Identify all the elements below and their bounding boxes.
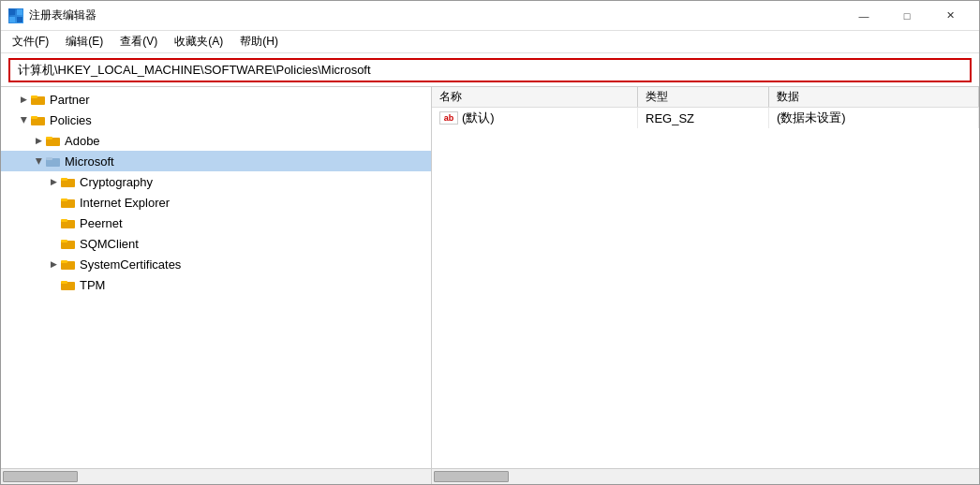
values-body[interactable]: ab (默认) REG_SZ (数据未设置) bbox=[432, 108, 979, 468]
folder-icon-cryptography bbox=[61, 175, 76, 188]
folder-icon-peernet bbox=[61, 216, 76, 229]
svg-rect-2 bbox=[9, 17, 15, 22]
values-scrollbar-x[interactable] bbox=[432, 468, 979, 484]
values-header: 名称 类型 数据 bbox=[432, 87, 979, 108]
svg-rect-3 bbox=[17, 17, 22, 22]
menu-favorites[interactable]: 收藏夹(A) bbox=[167, 32, 230, 51]
svg-rect-9 bbox=[46, 137, 52, 140]
tree-arrow-internet-explorer bbox=[46, 195, 61, 210]
svg-rect-21 bbox=[61, 260, 67, 263]
value-data-default: (数据未设置) bbox=[769, 108, 979, 128]
folder-icon-partner bbox=[31, 93, 46, 106]
tree-item-systemcertificates[interactable]: SystemCertificates bbox=[1, 254, 431, 274]
close-button[interactable]: ✕ bbox=[928, 1, 972, 31]
tree-label-internet-explorer: Internet Explorer bbox=[80, 196, 170, 210]
svg-rect-19 bbox=[61, 240, 67, 242]
value-name-default: ab (默认) bbox=[432, 108, 638, 128]
tree-arrow-tpm bbox=[46, 277, 61, 292]
svg-rect-1 bbox=[17, 9, 22, 15]
folder-icon-systemcertificates bbox=[61, 257, 76, 271]
tree-item-sqmclient[interactable]: SQMClient bbox=[1, 233, 431, 254]
svg-rect-7 bbox=[31, 116, 37, 119]
app-icon bbox=[8, 8, 23, 23]
svg-rect-17 bbox=[61, 219, 67, 222]
tree-item-microsoft[interactable]: Microsoft bbox=[1, 151, 431, 171]
folder-icon-policies bbox=[31, 113, 46, 126]
tree-label-cryptography: Cryptography bbox=[80, 175, 153, 189]
menu-view[interactable]: 查看(V) bbox=[112, 32, 165, 51]
folder-icon-sqmclient bbox=[61, 237, 76, 250]
tree-label-sqmclient: SQMClient bbox=[80, 237, 139, 251]
svg-rect-23 bbox=[61, 281, 67, 284]
tree-scrollbar-thumb[interactable] bbox=[3, 471, 78, 482]
tree-arrow-policies[interactable] bbox=[16, 112, 31, 127]
minimize-button[interactable]: — bbox=[842, 1, 885, 31]
tree-label-microsoft: Microsoft bbox=[65, 154, 114, 169]
menu-edit[interactable]: 编辑(E) bbox=[58, 32, 111, 51]
tree-arrow-systemcertificates[interactable] bbox=[46, 257, 61, 272]
folder-icon-tpm bbox=[61, 278, 76, 291]
col-header-name: 名称 bbox=[432, 87, 638, 107]
tree-body[interactable]: Partner Policies bbox=[1, 87, 431, 468]
values-scrollbar-thumb[interactable] bbox=[434, 471, 509, 482]
value-row-default[interactable]: ab (默认) REG_SZ (数据未设置) bbox=[432, 108, 979, 128]
title-bar: 注册表编辑器 — □ ✕ bbox=[1, 1, 979, 31]
tree-arrow-peernet bbox=[46, 215, 61, 230]
folder-icon-internet-explorer bbox=[61, 196, 76, 209]
tree-arrow-sqmclient bbox=[46, 236, 61, 251]
tree-item-partner[interactable]: Partner bbox=[1, 89, 431, 110]
svg-rect-0 bbox=[9, 9, 15, 15]
address-input[interactable] bbox=[8, 58, 972, 82]
menu-help[interactable]: 帮助(H) bbox=[232, 32, 286, 51]
menu-file[interactable]: 文件(F) bbox=[5, 32, 56, 51]
folder-icon-adobe bbox=[46, 134, 61, 147]
tree-item-tpm[interactable]: TPM bbox=[1, 274, 431, 295]
tree-label-peernet: Peernet bbox=[80, 216, 123, 230]
tree-item-cryptography[interactable]: Cryptography bbox=[1, 171, 431, 192]
tree-panel: Partner Policies bbox=[1, 87, 432, 484]
tree-arrow-cryptography[interactable] bbox=[46, 174, 61, 189]
title-controls: — □ ✕ bbox=[842, 1, 972, 31]
main-content: Partner Policies bbox=[1, 87, 979, 484]
menu-bar: 文件(F) 编辑(E) 查看(V) 收藏夹(A) 帮助(H) bbox=[1, 31, 979, 53]
svg-rect-11 bbox=[46, 157, 52, 160]
tree-label-policies: Policies bbox=[50, 113, 92, 127]
tree-item-policies[interactable]: Policies bbox=[1, 110, 431, 130]
folder-icon-microsoft bbox=[46, 154, 61, 168]
tree-label-partner: Partner bbox=[50, 93, 90, 107]
window-title: 注册表编辑器 bbox=[29, 7, 842, 23]
col-header-type: 类型 bbox=[638, 87, 769, 107]
value-type-default: REG_SZ bbox=[638, 108, 769, 128]
tree-label-tpm: TPM bbox=[80, 278, 105, 292]
value-type-icon: ab bbox=[439, 111, 458, 125]
tree-item-adobe[interactable]: Adobe bbox=[1, 130, 431, 151]
address-bar bbox=[1, 53, 979, 87]
col-header-data: 数据 bbox=[769, 87, 979, 107]
svg-rect-15 bbox=[61, 198, 67, 201]
tree-scrollbar-x[interactable] bbox=[1, 468, 431, 484]
tree-arrow-microsoft[interactable] bbox=[31, 154, 46, 169]
tree-arrow-partner[interactable] bbox=[16, 92, 31, 107]
maximize-button[interactable]: □ bbox=[885, 1, 928, 31]
registry-editor-window: 注册表编辑器 — □ ✕ 文件(F) 编辑(E) 查看(V) 收藏夹(A) 帮助… bbox=[0, 0, 980, 485]
svg-rect-13 bbox=[61, 178, 67, 181]
tree-label-adobe: Adobe bbox=[65, 134, 100, 148]
tree-item-internet-explorer[interactable]: Internet Explorer bbox=[1, 192, 431, 213]
tree-label-systemcertificates: SystemCertificates bbox=[80, 257, 181, 272]
svg-rect-5 bbox=[31, 96, 37, 98]
tree-item-peernet[interactable]: Peernet bbox=[1, 213, 431, 233]
values-panel: 名称 类型 数据 ab (默认) REG_SZ (数据未设置) bbox=[432, 87, 979, 484]
tree-arrow-adobe[interactable] bbox=[31, 133, 46, 148]
